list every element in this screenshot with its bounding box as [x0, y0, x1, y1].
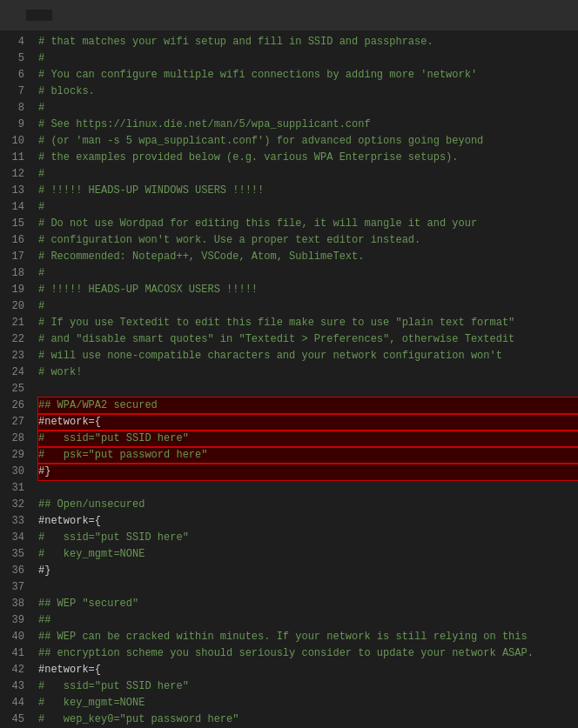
code-text: ## encryption scheme you should seriousl… — [38, 645, 534, 662]
code-text: ## WPA/WPA2 secured — [38, 397, 158, 414]
code-line: # — [38, 100, 578, 117]
code-text: # and "disable smart quotes" in "Textedi… — [38, 331, 514, 348]
code-text: # the examples provided below (e.g. vari… — [38, 150, 458, 166]
code-text: # You can configure multiple wifi connec… — [38, 67, 477, 83]
code-line: # !!!!! HEADS-UP WINDOWS USERS !!!!! — [38, 183, 578, 199]
code-line: # will use none-compatible characters an… — [38, 348, 578, 364]
code-text: # — [38, 199, 44, 216]
line-number: 42 — [0, 662, 24, 678]
code-text: #} — [38, 464, 50, 480]
line-number: 26 — [0, 397, 24, 414]
code-text: # ssid="put SSID here" — [38, 530, 189, 546]
code-text: # will use none-compatible characters an… — [38, 348, 502, 364]
line-number: 27 — [0, 414, 24, 431]
code-line: #} — [38, 563, 578, 579]
code-line: #network={ — [38, 513, 578, 530]
code-line: # psk="put password here" — [38, 447, 578, 464]
code-line — [38, 579, 578, 596]
line-number: 41 — [0, 645, 24, 662]
line-number: 33 — [0, 513, 24, 530]
code-text: # — [38, 50, 44, 67]
line-number: 37 — [0, 579, 24, 596]
code-text: # ssid="put SSID here" — [38, 431, 189, 447]
code-text: # that matches your wifi setup and fill … — [38, 34, 434, 50]
code-line: #network={ — [38, 414, 578, 431]
line-number: 19 — [0, 282, 24, 298]
code-line: # — [38, 298, 578, 315]
line-number: 8 — [0, 100, 24, 117]
code-line: # key_mgmt=NONE — [38, 695, 578, 711]
code-line: # See https://linux.die.net/man/5/wpa_su… — [38, 117, 578, 133]
code-text: # If you use Textedit to edit this file … — [38, 315, 514, 331]
line-number: 21 — [0, 315, 24, 331]
code-text: #network={ — [38, 513, 101, 530]
line-number: 43 — [0, 678, 24, 695]
code-line: ## Open/unsecured — [38, 497, 578, 513]
line-number: 11 — [0, 150, 24, 166]
code-line: # — [38, 50, 578, 67]
code-line: # Recommended: Notepad++, VSCode, Atom, … — [38, 249, 578, 265]
code-text: ## WEP "secured" — [38, 596, 138, 612]
line-number: 35 — [0, 546, 24, 563]
code-text: # !!!!! HEADS-UP MACOSX USERS !!!!! — [38, 282, 258, 298]
code-line: # work! — [38, 364, 578, 381]
code-line: # — [38, 265, 578, 282]
code-text: # work! — [38, 364, 82, 381]
line-number: 10 — [0, 133, 24, 150]
code-line: # blocks. — [38, 83, 578, 100]
code-line — [38, 480, 578, 497]
line-number: 31 — [0, 480, 24, 497]
line-number: 9 — [0, 117, 24, 133]
code-line: # You can configure multiple wifi connec… — [38, 67, 578, 83]
code-text: # See https://linux.die.net/man/5/wpa_su… — [38, 117, 371, 133]
title-bar — [0, 0, 578, 30]
line-number: 6 — [0, 67, 24, 83]
code-line: ## WPA/WPA2 secured — [38, 397, 578, 414]
code-text: # key_mgmt=NONE — [38, 695, 144, 711]
line-number: 29 — [0, 447, 24, 464]
code-line: # and "disable smart quotes" in "Textedi… — [38, 331, 578, 348]
line-number: 40 — [0, 629, 24, 645]
code-line: # (or 'man -s 5 wpa_supplicant.conf') fo… — [38, 133, 578, 150]
editor-area: 4567891011121314151617181920212223242526… — [0, 30, 578, 728]
line-number: 24 — [0, 364, 24, 381]
file-tab[interactable] — [26, 10, 52, 21]
line-number: 34 — [0, 530, 24, 546]
line-number: 22 — [0, 331, 24, 348]
code-line: # If you use Textedit to edit this file … — [38, 315, 578, 331]
line-number: 30 — [0, 464, 24, 480]
line-number: 25 — [0, 381, 24, 397]
code-text: # — [38, 166, 44, 183]
code-text: # !!!!! HEADS-UP WINDOWS USERS !!!!! — [38, 183, 264, 199]
line-number: 4 — [0, 34, 24, 50]
code-text: ## WEP can be cracked within minutes. If… — [38, 629, 528, 645]
line-number: 13 — [0, 183, 24, 199]
line-number: 44 — [0, 695, 24, 711]
line-number: 38 — [0, 596, 24, 612]
line-numbers: 4567891011121314151617181920212223242526… — [0, 30, 31, 728]
code-line — [38, 381, 578, 397]
code-line: # — [38, 166, 578, 183]
line-number: 23 — [0, 348, 24, 364]
code-text: ## — [38, 612, 50, 629]
code-line: # ssid="put SSID here" — [38, 431, 578, 447]
line-number: 32 — [0, 497, 24, 513]
code-text: #network={ — [38, 414, 101, 431]
code-line: #} — [38, 464, 578, 480]
line-number: 15 — [0, 216, 24, 232]
code-line: ## WEP can be cracked within minutes. If… — [38, 629, 578, 645]
code-line: ## — [38, 612, 578, 629]
code-line: # key_mgmt=NONE — [38, 546, 578, 563]
code-text: #} — [38, 563, 50, 579]
code-line: #network={ — [38, 662, 578, 678]
code-text: # — [38, 100, 44, 117]
code-text: #network={ — [38, 662, 101, 678]
code-line: # — [38, 199, 578, 216]
line-number: 28 — [0, 431, 24, 447]
code-text: # Recommended: Notepad++, VSCode, Atom, … — [38, 249, 364, 265]
code-content: # that matches your wifi setup and fill … — [31, 30, 578, 728]
code-text: ## Open/unsecured — [38, 497, 144, 513]
line-number: 17 — [0, 249, 24, 265]
code-line: # !!!!! HEADS-UP MACOSX USERS !!!!! — [38, 282, 578, 298]
line-number: 39 — [0, 612, 24, 629]
